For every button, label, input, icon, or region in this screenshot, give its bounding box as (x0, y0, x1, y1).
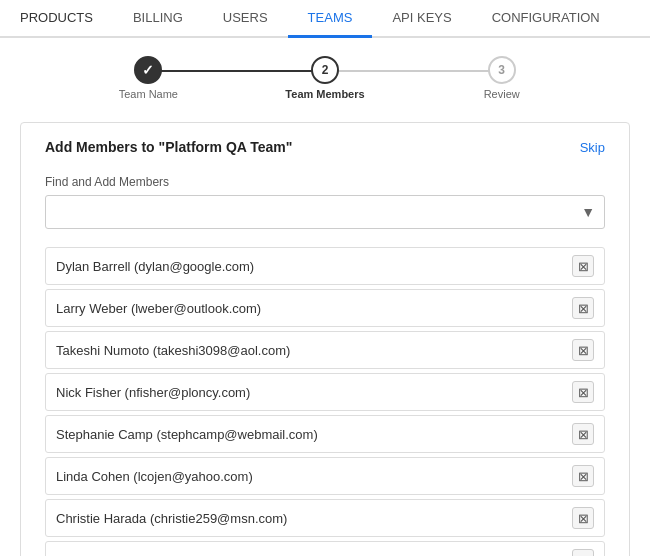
member-name: Ann Boyd (annboyd@gmail.com) (56, 553, 247, 557)
member-name: Takeshi Numoto (takeshi3098@aol.com) (56, 343, 290, 358)
members-dropdown[interactable] (45, 195, 605, 229)
nav-tabs: PRODUCTS BILLING USERS TEAMS API KEYS CO… (0, 0, 650, 38)
card-header: Add Members to "Platform QA Team" Skip (45, 139, 605, 155)
member-remove-button[interactable]: ⊠ (572, 507, 594, 529)
step-team-name: ✓ Team Name (60, 56, 237, 100)
member-row: Dylan Barrell (dylan@google.com)⊠ (45, 247, 605, 285)
member-name: Dylan Barrell (dylan@google.com) (56, 259, 254, 274)
check-icon: ✓ (142, 62, 154, 78)
member-name: Christie Harada (christie259@msn.com) (56, 511, 287, 526)
member-row: Christie Harada (christie259@msn.com)⊠ (45, 499, 605, 537)
step-1-circle: ✓ (134, 56, 162, 84)
member-list: Dylan Barrell (dylan@google.com)⊠Larry W… (45, 247, 605, 556)
tab-teams[interactable]: TEAMS (288, 0, 373, 38)
find-members-section: Find and Add Members ▼ (45, 175, 605, 229)
step-3-label: Review (484, 88, 520, 100)
step-1-label: Team Name (119, 88, 178, 100)
member-row: Linda Cohen (lcojen@yahoo.com)⊠ (45, 457, 605, 495)
members-dropdown-wrapper: ▼ (45, 195, 605, 229)
step-2-number: 2 (322, 63, 329, 77)
member-remove-button[interactable]: ⊠ (572, 423, 594, 445)
step-2-circle: 2 (311, 56, 339, 84)
wizard-steps: ✓ Team Name 2 Team Members 3 Review (0, 38, 650, 112)
member-remove-button[interactable]: ⊠ (572, 255, 594, 277)
member-remove-button[interactable]: ⊠ (572, 339, 594, 361)
tab-billing[interactable]: BILLING (113, 0, 203, 38)
step-3-circle: 3 (488, 56, 516, 84)
card-title: Add Members to "Platform QA Team" (45, 139, 292, 155)
member-row: Nick Fisher (nfisher@ploncy.com)⊠ (45, 373, 605, 411)
member-name: Nick Fisher (nfisher@ploncy.com) (56, 385, 250, 400)
step-team-members: 2 Team Members (237, 56, 414, 100)
tab-users[interactable]: USERS (203, 0, 288, 38)
step-2-label: Team Members (285, 88, 364, 100)
member-name: Stephanie Camp (stephcamp@webmail.com) (56, 427, 318, 442)
member-remove-button[interactable]: ⊠ (572, 549, 594, 556)
member-remove-button[interactable]: ⊠ (572, 297, 594, 319)
member-row: Larry Weber (lweber@outlook.com)⊠ (45, 289, 605, 327)
member-name: Linda Cohen (lcojen@yahoo.com) (56, 469, 253, 484)
step-3-number: 3 (498, 63, 505, 77)
member-row: Takeshi Numoto (takeshi3098@aol.com)⊠ (45, 331, 605, 369)
main-card: Add Members to "Platform QA Team" Skip F… (20, 122, 630, 556)
find-members-label: Find and Add Members (45, 175, 605, 189)
member-row: Ann Boyd (annboyd@gmail.com)⊠ (45, 541, 605, 556)
member-remove-button[interactable]: ⊠ (572, 465, 594, 487)
tab-configuration[interactable]: CONFIGURATION (472, 0, 620, 38)
step-review: 3 Review (413, 56, 590, 100)
member-name: Larry Weber (lweber@outlook.com) (56, 301, 261, 316)
member-row: Stephanie Camp (stephcamp@webmail.com)⊠ (45, 415, 605, 453)
tab-api-keys[interactable]: API KEYS (372, 0, 471, 38)
tab-products[interactable]: PRODUCTS (0, 0, 113, 38)
skip-link[interactable]: Skip (580, 140, 605, 155)
member-remove-button[interactable]: ⊠ (572, 381, 594, 403)
